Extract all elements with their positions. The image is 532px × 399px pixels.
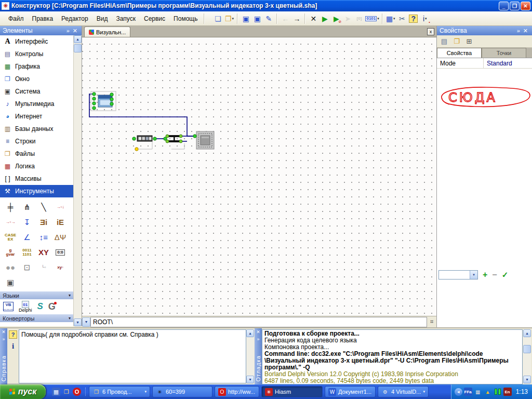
component-chip[interactable] [193,131,214,149]
lang-delphi-icon[interactable]: 01Delphi [19,301,32,312]
scheme-level-down-icon[interactable]: ▾ [82,317,90,327]
property-value[interactable]: Standard [484,58,532,68]
dock-close-icon[interactable]: ✕ [256,328,260,336]
chevron-down-icon[interactable]: ▾ [423,390,425,394]
menu-item[interactable]: Запуск [112,14,140,24]
scroll-down-icon[interactable]: ▾ [246,376,254,383]
lang-script-icon[interactable]: S [37,301,43,312]
point-combo[interactable]: ▾ [438,270,478,280]
taskbar-button[interactable]: ❐6 Провод...▾ [89,386,150,397]
tool-io-pass-icon[interactable]: →▫→ [2,215,19,230]
sidebar-item-logic[interactable]: ▦Логика [0,160,73,172]
lang-vb-icon[interactable]: VB——— [3,302,14,311]
tree-expand-icon[interactable]: ⊞ [464,37,474,46]
sidebar-item-arrays[interactable]: [ ]Массивы [0,172,73,185]
lang-g-icon[interactable]: G [48,301,56,312]
chevron-down-icon[interactable]: ▾ [425,17,427,21]
lang-indicator[interactable]: En [503,388,512,396]
run-compile-icon[interactable]: ▶⊘ [330,13,342,24]
menu-item[interactable]: Помощь [169,14,202,24]
tool-counter-icon[interactable]: 0:0 [52,245,69,260]
opera-icon[interactable]: O [73,388,81,396]
hide-icons-chevron[interactable]: ◂ [455,388,462,396]
taskbar-button[interactable]: Ohttp://ww... [215,386,259,397]
sidebar-item-system[interactable]: ▣Система [0,85,73,98]
tool-panel-icon[interactable]: ⊡ [19,260,35,275]
taskbar-button[interactable]: ✳Hiasm [261,386,323,397]
show-desktop-icon[interactable]: ▦ [52,388,60,396]
dock-expand-icon[interactable]: » [2,336,5,343]
delphi-tray-icon[interactable]: ▲ [484,388,492,396]
menu-item[interactable]: Сервис [140,14,169,24]
tool-xy-panel-icon[interactable]: xy▫ [52,260,69,275]
help-icon[interactable]: ? [408,13,419,24]
chevron-down-icon[interactable]: ▾ [393,17,395,21]
tool-info-chip-icon[interactable]: iE [52,215,69,230]
dock-close-icon[interactable]: ✕ [2,328,6,336]
scrollbar-thumb[interactable] [523,345,531,353]
tool-chip-info-icon[interactable]: Ǝi [35,215,52,230]
clock[interactable]: 1:13 [516,388,528,395]
tool-connector-icon[interactable]: └▫ [35,260,52,275]
component-hub[interactable] [164,135,184,149]
dock-expand-icon[interactable]: » [257,336,259,343]
ffa-tray-icon[interactable]: FFa [464,388,472,396]
save-as-icon[interactable]: ▣ [251,13,263,24]
property-sheet-icon[interactable]: ▤ [440,37,449,46]
bars-indicator-icon[interactable] [494,388,502,396]
debug-scrollbar[interactable]: ▴ ▾ [523,329,531,383]
start-button[interactable]: пуск [0,384,46,399]
run-icon[interactable]: ▶ [319,13,330,24]
about-info-icon[interactable]: i•▾ [419,13,431,24]
tool-switch-icon[interactable]: ╲ [35,200,52,215]
languages-section-header[interactable]: Языки ▾ [0,291,73,299]
scrollbar-thumb[interactable] [74,44,82,52]
scheme-canvas[interactable] [82,37,436,316]
sidebar-item-internet[interactable]: ◕Интернет [0,110,73,123]
debug-log[interactable]: Подготовка к сборке проекта...Генерация … [262,329,523,384]
splitter-grip-icon[interactable]: ⌗ [427,318,436,325]
tool-branch-icon[interactable]: ⋔ [19,200,35,215]
chevron-down-icon[interactable]: ▾ [144,390,147,394]
remove-point-icon[interactable]: − [492,270,497,280]
chevron-down-icon[interactable]: ▾ [377,17,379,21]
elements-scrollbar[interactable]: ▴ ▾ [73,35,82,326]
scroll-down-icon[interactable]: ▾ [74,318,82,326]
options-tools-icon[interactable]: ✂ [396,13,408,24]
combo-dropdown-icon[interactable]: ▾ [470,271,477,279]
tool-layers-icon[interactable]: ↕≡ [35,230,52,245]
tool-gvar-icon[interactable]: g gvar [2,245,19,260]
tool-case-ex-icon[interactable]: CASE EX [2,230,19,245]
menu-item[interactable]: Редактор [57,14,92,24]
tab-properties[interactable]: Свойства [437,48,482,58]
new-file-icon[interactable]: ❏ [212,13,223,24]
panel-expand-icon[interactable]: » [65,28,71,34]
help-content[interactable]: Помощь( для подробной справки см. Справк… [19,329,246,383]
maximize-button[interactable]: ❐ [510,2,520,10]
help-scrollbar[interactable]: ▴ ▾ [246,329,254,383]
scroll-up-icon[interactable]: ▴ [74,35,82,43]
tool-screen-icon[interactable]: ▣ [2,275,19,290]
search-folder-icon[interactable]: ❐ [62,388,71,396]
sidebar-item-database[interactable]: ▥Базы данных [0,123,73,135]
network-tray-icon[interactable]: ▦ [474,388,482,396]
tab-points[interactable]: Точки [482,48,526,58]
delete-icon[interactable]: ✕ [308,13,319,24]
taskbar-button[interactable]: ✳60=399 [152,386,212,397]
menu-item[interactable]: Вид [92,14,112,24]
panel-close-icon[interactable]: ✕ [71,28,79,34]
tool-xy-icon[interactable]: XY [35,245,52,260]
sidebar-item-multimedia[interactable]: ♪Мультимедиа [0,98,73,110]
converters-section-header[interactable]: Конверторы ▾ [0,314,73,322]
sidebar-item-strings[interactable]: ≡Строки [0,135,73,148]
tool-delta-psi-icon[interactable]: ΔΨ [52,230,69,245]
sidebar-item-tools[interactable]: ⚒Инструменты [0,185,73,197]
compile-code-icon[interactable]: 0101▾ [365,13,379,24]
chevron-down-icon[interactable]: ▾ [232,17,234,21]
sidebar-item-controls[interactable]: ▤Контролы [0,48,73,60]
tool-stones-icon[interactable]: ●● [2,260,19,275]
taskbar-button[interactable]: WДокумент1... [325,386,376,397]
component-led-strip[interactable] [132,136,156,151]
sidebar-item-files[interactable]: ❐Файлы [0,148,73,160]
sidebar-item-interface[interactable]: AИнтерфейс [0,35,73,48]
